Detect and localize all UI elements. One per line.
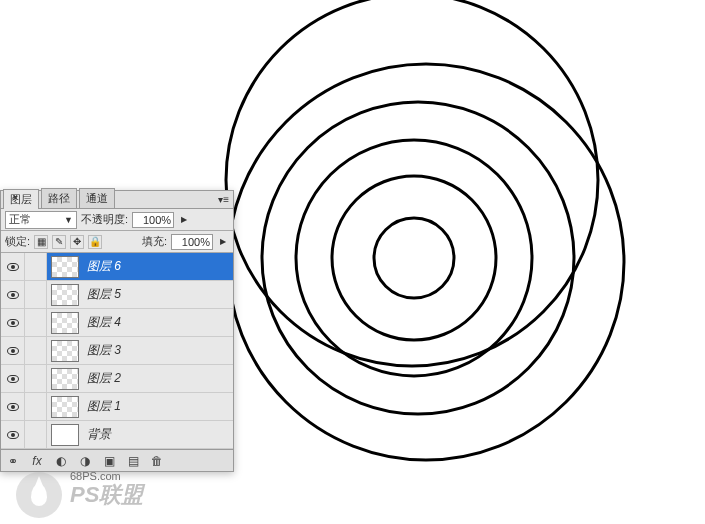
panel-menu-icon[interactable]: ▾≡ (218, 194, 229, 205)
layer-name[interactable]: 图层 3 (87, 342, 121, 359)
visibility-toggle[interactable] (1, 253, 25, 280)
layer-thumbnail[interactable] (51, 284, 79, 306)
tab-paths[interactable]: 路径 (41, 188, 77, 208)
layer-name[interactable]: 图层 5 (87, 286, 121, 303)
fill-input[interactable]: 100% (171, 234, 213, 250)
opacity-label: 不透明度: (81, 212, 128, 227)
new-layer-icon[interactable]: ▤ (125, 453, 141, 469)
fill-label: 填充: (142, 234, 167, 249)
lock-pixels-icon[interactable]: ✎ (52, 235, 66, 249)
lock-transparent-icon[interactable]: ▦ (34, 235, 48, 249)
layer-row[interactable]: 图层 2 (1, 365, 233, 393)
eye-icon (7, 347, 19, 355)
layers-panel: 图层× 路径 通道 ▾≡ 正常 ▼ 不透明度: 100% ▶ 锁定: ▦ ✎ ✥… (0, 190, 234, 472)
layer-thumbnail[interactable] (51, 340, 79, 362)
svg-point-5 (374, 218, 454, 298)
visibility-toggle[interactable] (1, 421, 25, 448)
watermark-url: 68PS.com (70, 470, 121, 482)
layer-thumbnail[interactable] (51, 424, 79, 446)
panel-tabs: 图层× 路径 通道 ▾≡ (1, 191, 233, 209)
visibility-toggle[interactable] (1, 309, 25, 336)
close-tab-icon[interactable]: × (12, 192, 18, 203)
layer-row[interactable]: 图层 4 (1, 309, 233, 337)
layer-thumbnail[interactable] (51, 312, 79, 334)
layer-name[interactable]: 图层 1 (87, 398, 121, 415)
lock-all-icon[interactable]: 🔒 (88, 235, 102, 249)
layer-thumbnail[interactable] (51, 368, 79, 390)
layer-row[interactable]: 图层 3 (1, 337, 233, 365)
svg-point-4 (332, 176, 496, 340)
layer-thumbnail[interactable] (51, 396, 79, 418)
tab-layers[interactable]: 图层× (3, 189, 39, 209)
layer-thumbnail[interactable] (51, 256, 79, 278)
mask-icon[interactable]: ◐ (53, 453, 69, 469)
lock-fill-row: 锁定: ▦ ✎ ✥ 🔒 填充: 100% ▶ (1, 231, 233, 253)
layer-link-slot[interactable] (25, 365, 47, 392)
layer-link-slot[interactable] (25, 393, 47, 420)
opacity-input[interactable]: 100% (132, 212, 174, 228)
visibility-toggle[interactable] (1, 365, 25, 392)
eye-icon (7, 319, 19, 327)
layer-name[interactable]: 图层 2 (87, 370, 121, 387)
layer-row[interactable]: 图层 6 (1, 253, 233, 281)
panel-footer: ⚭ fx ◐ ◑ ▣ ▤ 🗑 (1, 449, 233, 471)
visibility-toggle[interactable] (1, 393, 25, 420)
opacity-flyout-icon[interactable]: ▶ (178, 212, 190, 228)
layer-link-slot[interactable] (25, 309, 47, 336)
blend-mode-value: 正常 (9, 212, 31, 227)
layer-row[interactable]: 背景 (1, 421, 233, 449)
svg-point-1 (228, 64, 624, 460)
lock-position-icon[interactable]: ✥ (70, 235, 84, 249)
layer-row[interactable]: 图层 5 (1, 281, 233, 309)
eye-icon (7, 431, 19, 439)
eye-icon (7, 263, 19, 271)
trash-icon[interactable]: 🗑 (149, 453, 165, 469)
adjustment-icon[interactable]: ◑ (77, 453, 93, 469)
visibility-toggle[interactable] (1, 337, 25, 364)
layer-link-slot[interactable] (25, 253, 47, 280)
lock-label: 锁定: (5, 234, 30, 249)
layer-link-slot[interactable] (25, 421, 47, 448)
link-icon[interactable]: ⚭ (5, 453, 21, 469)
fx-icon[interactable]: fx (29, 453, 45, 469)
layer-row[interactable]: 图层 1 (1, 393, 233, 421)
layer-link-slot[interactable] (25, 337, 47, 364)
blend-mode-select[interactable]: 正常 ▼ (5, 211, 77, 229)
layer-name[interactable]: 图层 4 (87, 314, 121, 331)
eye-icon (7, 291, 19, 299)
eye-icon (7, 375, 19, 383)
layer-name[interactable]: 图层 6 (87, 258, 121, 275)
tab-channels[interactable]: 通道 (79, 188, 115, 208)
group-icon[interactable]: ▣ (101, 453, 117, 469)
layer-list: 图层 6图层 5图层 4图层 3图层 2图层 1背景 (1, 253, 233, 449)
eye-icon (7, 403, 19, 411)
chevron-down-icon: ▼ (64, 215, 73, 225)
layer-name[interactable]: 背景 (87, 426, 111, 443)
layer-link-slot[interactable] (25, 281, 47, 308)
blend-opacity-row: 正常 ▼ 不透明度: 100% ▶ (1, 209, 233, 231)
visibility-toggle[interactable] (1, 281, 25, 308)
fill-flyout-icon[interactable]: ▶ (217, 234, 229, 250)
